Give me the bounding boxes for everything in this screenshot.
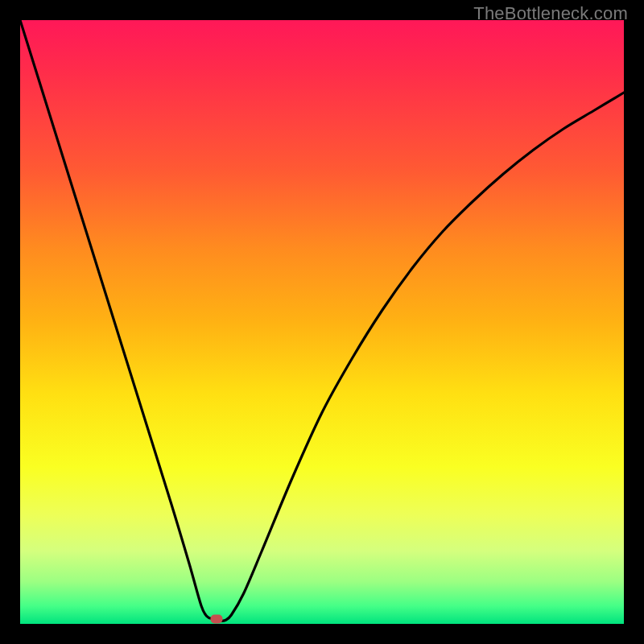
chart-container: TheBottleneck.com	[0, 0, 644, 644]
plot-area	[20, 20, 624, 624]
curve-path	[20, 20, 624, 621]
curve-svg	[20, 20, 624, 624]
data-marker	[210, 615, 222, 624]
watermark-text: TheBottleneck.com	[473, 3, 628, 24]
